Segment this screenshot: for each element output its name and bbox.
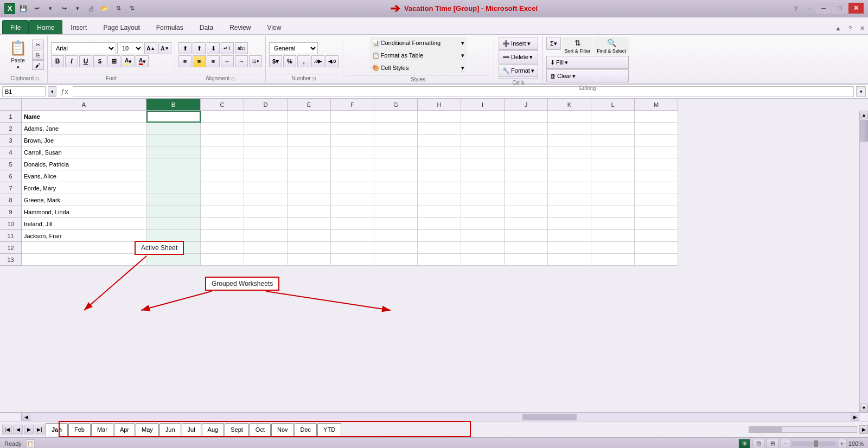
list-item[interactable] (244, 230, 288, 242)
list-item[interactable] (418, 158, 461, 170)
list-item[interactable] (418, 254, 461, 266)
list-item[interactable] (461, 146, 505, 158)
list-item[interactable] (548, 182, 591, 194)
list-item[interactable]: Adams, Jane (22, 123, 146, 135)
indent-increase-btn[interactable]: → (235, 55, 248, 67)
fill-color-button[interactable]: A▾ (122, 55, 135, 67)
list-item[interactable] (461, 123, 505, 135)
list-item[interactable] (244, 123, 288, 135)
list-item[interactable] (548, 194, 591, 206)
tab-page-layout[interactable]: Page Layout (95, 20, 148, 34)
list-item[interactable] (635, 254, 678, 266)
list-item[interactable] (418, 242, 461, 254)
list-item[interactable] (635, 170, 678, 182)
col-header-g[interactable]: G (374, 99, 418, 111)
list-item[interactable] (505, 135, 548, 146)
tab-view[interactable]: View (259, 20, 290, 34)
list-item[interactable] (331, 182, 374, 194)
row-header-12[interactable]: 12 (0, 242, 22, 254)
window-close-btn[interactable]: ✕ (848, 3, 864, 14)
cond-format-dropdown[interactable]: ▾ (461, 40, 464, 47)
list-item[interactable] (288, 111, 331, 123)
list-item[interactable] (591, 206, 635, 218)
list-item[interactable] (331, 194, 374, 206)
list-item[interactable] (635, 146, 678, 158)
ribbon-help-btn[interactable]: ? (844, 22, 856, 34)
font-name-select[interactable]: Arial (51, 42, 116, 54)
list-item[interactable] (548, 254, 591, 266)
list-item[interactable] (418, 135, 461, 146)
sheet-tab-dec[interactable]: Dec (295, 423, 317, 436)
font-size-select[interactable]: 10 (117, 42, 143, 54)
cell-styles-dropdown[interactable]: ▾ (461, 65, 464, 72)
sheet-nav-next[interactable]: ▶ (24, 425, 34, 434)
list-item[interactable] (288, 158, 331, 170)
list-item[interactable] (146, 230, 201, 242)
formula-input[interactable] (73, 86, 854, 97)
list-item[interactable]: Hammond, Linda (22, 206, 146, 218)
tab-formulas[interactable]: Formulas (148, 20, 192, 34)
list-item[interactable] (288, 206, 331, 218)
sort-desc-btn[interactable]: ⇅ (126, 3, 138, 14)
list-item[interactable] (635, 206, 678, 218)
list-item[interactable] (461, 230, 505, 242)
cut-button[interactable]: ✂ (32, 40, 44, 49)
list-item[interactable] (201, 111, 244, 123)
ribbon-minimize-btn[interactable]: ─ (803, 3, 815, 15)
list-item[interactable] (146, 170, 201, 182)
sheet-tab-scrollbar[interactable] (749, 426, 857, 433)
list-item[interactable] (591, 242, 635, 254)
font-grow-btn[interactable]: A▲ (144, 42, 157, 54)
list-item[interactable]: Greene, Mark (22, 194, 146, 206)
list-item[interactable] (505, 146, 548, 158)
list-item[interactable] (244, 254, 288, 266)
font-color-button[interactable]: A▾ (136, 55, 149, 67)
ribbon-help-icon[interactable]: ▲ (832, 22, 844, 34)
ribbon-close-icon[interactable]: ✕ (856, 22, 868, 34)
redo-dropdown-btn[interactable]: ▾ (72, 3, 84, 14)
open-btn[interactable]: 📂 (99, 3, 111, 14)
list-item[interactable] (288, 254, 331, 266)
tab-home[interactable]: Home (29, 20, 62, 34)
list-item[interactable] (244, 218, 288, 230)
row-header-5[interactable]: 5 (0, 158, 22, 170)
sheet-nav-last[interactable]: ▶| (35, 425, 44, 434)
list-item[interactable] (418, 230, 461, 242)
strikethrough-button[interactable]: S (93, 55, 106, 67)
number-expand[interactable]: ⊡ (312, 76, 316, 81)
list-item[interactable] (146, 123, 201, 135)
list-item[interactable] (591, 111, 635, 123)
list-item[interactable] (288, 123, 331, 135)
row-header-7[interactable]: 7 (0, 182, 22, 194)
list-item[interactable] (146, 146, 201, 158)
currency-btn[interactable]: $▾ (269, 55, 282, 67)
list-item[interactable] (288, 218, 331, 230)
list-item[interactable] (418, 146, 461, 158)
list-item[interactable] (548, 146, 591, 158)
sheet-tab-sept[interactable]: Sept (225, 423, 249, 436)
list-item[interactable] (548, 135, 591, 146)
paste-button[interactable]: 📋 Paste ▾ (5, 37, 30, 72)
list-item[interactable] (418, 123, 461, 135)
list-item[interactable] (505, 254, 548, 266)
list-item[interactable]: Brown, Joe (22, 135, 146, 146)
col-header-c[interactable]: C (201, 99, 244, 111)
list-item[interactable] (244, 146, 288, 158)
col-header-e[interactable]: E (288, 99, 331, 111)
list-item[interactable] (331, 111, 374, 123)
sheet-tab-oct[interactable]: Oct (250, 423, 271, 436)
list-item[interactable]: Jackson, Fran (22, 230, 146, 242)
list-item[interactable] (548, 158, 591, 170)
status-icon[interactable]: 📋 (26, 439, 35, 448)
left-align-btn[interactable]: ≡ (178, 55, 192, 67)
top-align-btn[interactable]: ⬆ (178, 42, 192, 54)
list-item[interactable] (635, 111, 678, 123)
list-item[interactable] (201, 254, 244, 266)
list-item[interactable] (548, 111, 591, 123)
insert-dropdown[interactable]: ▾ (527, 40, 531, 47)
list-item[interactable] (201, 206, 244, 218)
list-item[interactable] (505, 111, 548, 123)
list-item[interactable] (461, 254, 505, 266)
format-dropdown[interactable]: ▾ (531, 67, 534, 74)
list-item[interactable] (201, 158, 244, 170)
